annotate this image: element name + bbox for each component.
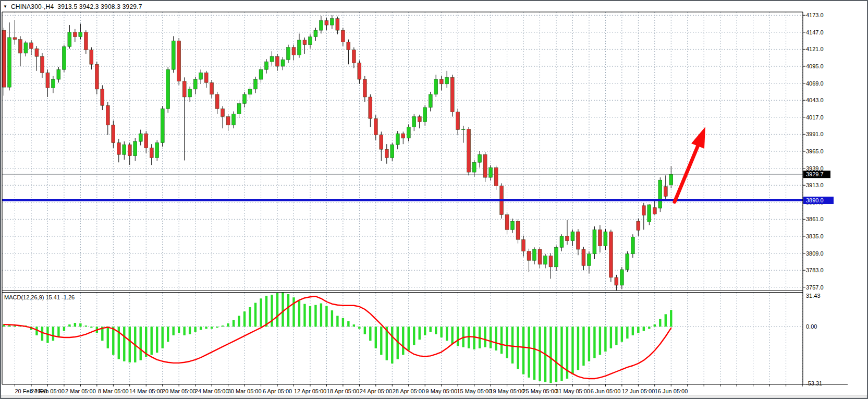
candle-up (445, 77, 449, 84)
macd-bar (571, 327, 573, 374)
macd-bar (599, 327, 601, 355)
bottom-strip (1, 395, 867, 398)
price-tick-label: 3809.0 (806, 250, 824, 257)
date-tick-label: 19 May 05:00 (490, 388, 524, 394)
up-arrow-annotation[interactable] (675, 127, 705, 202)
macd-axis[interactable]: 31.430.00-53.31 (806, 293, 822, 386)
candle-down (456, 112, 460, 130)
macd-bar (331, 310, 333, 327)
candle-down (117, 143, 120, 155)
price-tick-label: 3757.0 (806, 284, 824, 291)
macd-bar (604, 327, 606, 352)
macd-bar (380, 327, 382, 355)
candle-down (35, 49, 39, 56)
macd-bar (430, 327, 432, 332)
date-tick-label: 31 May 05:00 (555, 388, 590, 394)
candle-down (336, 19, 339, 31)
date-tick-label: 30 Mar 05:00 (228, 388, 262, 394)
candle-up (232, 114, 236, 125)
candle-down (505, 215, 509, 230)
macd-bar (506, 327, 508, 358)
candle-down (401, 134, 405, 138)
candle-up (166, 69, 170, 108)
macd-bar (314, 305, 316, 327)
price-axis[interactable]: 4173.04147.04121.04095.04069.04043.04017… (803, 12, 824, 290)
candle-up (669, 174, 673, 185)
candle-up (396, 134, 399, 144)
candle-down (653, 208, 656, 214)
price-tick-label: 3861.0 (806, 216, 824, 222)
ohlc-values: 3913.5 3942.3 3908.3 3929.7 (57, 3, 142, 10)
candle-up (133, 141, 137, 156)
candle-down (101, 89, 104, 105)
macd-bar (151, 327, 153, 355)
price-tick-label: 4069.0 (806, 80, 824, 87)
candle-down (112, 125, 115, 143)
macd-bar (63, 327, 65, 331)
macd-bar (123, 327, 125, 361)
date-tick-label: 2 Mar 05:00 (65, 388, 96, 394)
price-tick-label: 4173.0 (806, 12, 824, 18)
candle-down (374, 118, 377, 135)
macd-bar (424, 327, 426, 335)
macd-bar (68, 324, 70, 327)
candle-down (90, 50, 93, 65)
chart-svg: 4173.04147.04121.04095.04069.04043.04017… (1, 1, 867, 398)
symbol-dropdown-icon[interactable]: ▼ (3, 5, 7, 9)
candle-up (587, 254, 591, 266)
candle-up (511, 221, 515, 229)
date-tick-label: 14 Mar 05:00 (129, 388, 163, 394)
candle-down (221, 109, 225, 117)
candle-down (128, 144, 131, 155)
macd-bar (178, 327, 180, 333)
candle-up (139, 134, 142, 141)
candle-down (226, 117, 230, 125)
macd-bar (309, 306, 311, 327)
macd-bar (528, 327, 530, 378)
price-tick-label: 4043.0 (806, 97, 824, 103)
macd-bar (408, 327, 410, 350)
macd-bar (260, 298, 262, 327)
candle-down (494, 167, 498, 186)
macd-bar (468, 327, 470, 348)
macd-bar (112, 327, 114, 355)
candle-down (177, 41, 181, 81)
macd-bar (200, 327, 202, 330)
date-tick-label: 8 Mar 05:00 (98, 388, 129, 394)
macd-bar (549, 327, 552, 383)
macd-bar (325, 306, 327, 327)
macd-bar (265, 296, 267, 327)
date-tick-label: 12 Jun 05:00 (622, 388, 655, 394)
candle-down (352, 50, 356, 63)
candle-down (73, 32, 77, 37)
candle-down (549, 256, 553, 267)
macd-bar (577, 327, 579, 370)
candle-down (84, 32, 88, 50)
macd-tick-label: -53.31 (806, 380, 822, 386)
macd-bar (282, 293, 284, 327)
candle-down (40, 56, 44, 72)
macd-bar (227, 323, 229, 327)
candle-down (2, 30, 6, 87)
price-tick-label: 4121.0 (806, 46, 824, 52)
macd-bar (457, 327, 459, 346)
macd-bar (446, 327, 448, 341)
candle-down (598, 229, 602, 246)
candle-up (308, 37, 312, 45)
candle-down (325, 20, 328, 25)
macd-bar (172, 327, 174, 335)
date-tick-label: 24 Feb 05:00 (31, 388, 65, 394)
macd-tick-label: 0.00 (806, 323, 817, 330)
macd-bar (57, 327, 59, 336)
price-tick-label: 3991.0 (806, 131, 824, 137)
chart-window: ▼ CHINA300-,H4 3913.5 3942.3 3908.3 3929… (0, 0, 868, 399)
macd-bar (140, 327, 142, 360)
candle-up (604, 232, 607, 246)
symbol-period-label: CHINA300-,H4 (11, 3, 54, 10)
candle-down (303, 40, 307, 45)
candle-up (631, 237, 634, 254)
macd-bar (90, 327, 92, 328)
time-axis[interactable]: 20 Feb 202324 Feb 05:002 Mar 05:008 Mar … (15, 384, 803, 394)
macd-bar (347, 321, 349, 327)
date-tick-label: 15 May 05:00 (457, 388, 492, 394)
